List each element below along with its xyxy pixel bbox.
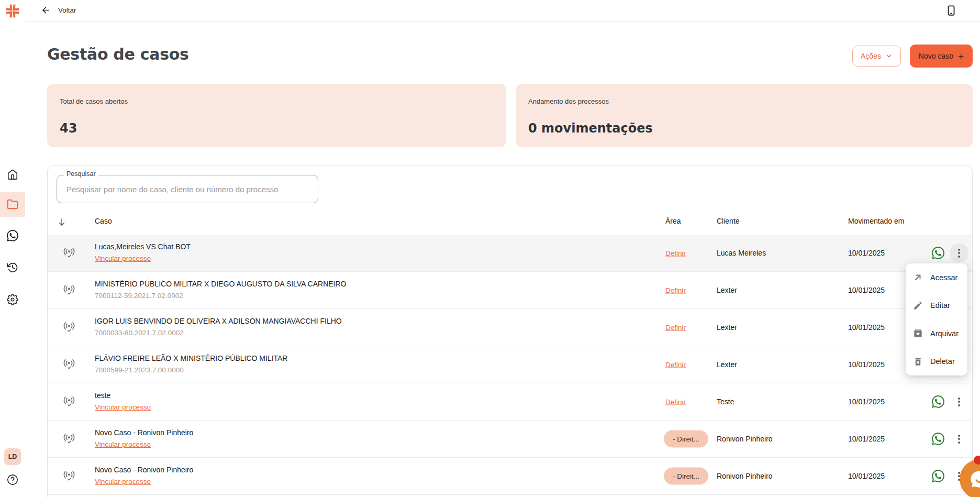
process-number: 7000599-21.2023.7.00.0000	[95, 366, 184, 375]
case-cell: Lucas,Meireles VS Chat BOT Vincular proc…	[95, 241, 191, 263]
vincular-processo-link[interactable]: Vincular processo	[95, 403, 151, 412]
case-title: Novo Caso - Ronivon Pinheiro	[95, 427, 193, 438]
sidebar: LD	[0, 0, 25, 497]
moved-date: 10/01/2025	[848, 323, 885, 332]
notification-badge	[974, 456, 980, 465]
menu-item-label: Acessar	[930, 273, 957, 282]
arrow-left-icon	[41, 5, 51, 15]
menu-item-label: Arquivar	[930, 329, 959, 338]
trash-icon	[913, 357, 923, 367]
row-menu-button[interactable]	[950, 244, 968, 262]
cases-table-card: Pesquisar Caso Área Cliente Movimentado …	[47, 165, 973, 497]
gear-icon	[7, 294, 18, 305]
client-name: Lexter	[717, 323, 737, 332]
case-cell: IGOR LUIS BENVINDO DE OLIVEIRA X ADILSON…	[95, 316, 342, 338]
vincular-processo-link[interactable]: Vincular processo	[95, 440, 151, 449]
folder-icon	[7, 198, 18, 210]
menu-item-editar[interactable]: Editar	[906, 292, 967, 320]
column-header-cliente[interactable]: Cliente	[717, 217, 740, 225]
case-signal-icon	[62, 321, 76, 334]
case-title: teste	[95, 390, 151, 401]
definir-link[interactable]: Definir	[665, 398, 686, 406]
back-button[interactable]: Voltar	[41, 5, 76, 15]
actions-button[interactable]: Ações	[852, 46, 901, 67]
moved-date: 10/01/2025	[848, 286, 885, 294]
definir-link[interactable]: Definir	[665, 361, 686, 369]
menu-item-deletar[interactable]: Deletar	[906, 348, 967, 376]
sidebar-item-settings[interactable]	[0, 287, 25, 312]
table-row[interactable]: Novo Caso - Ronivon Pinheiro Vincular pr…	[48, 421, 972, 458]
client-name: Ronivon Pinheiro	[717, 435, 773, 443]
history-icon	[7, 262, 18, 273]
moved-date: 10/01/2025	[848, 472, 885, 480]
plus-icon: +	[958, 51, 964, 61]
page-title: Gestão de casos	[47, 45, 189, 63]
whatsapp-icon	[7, 230, 18, 241]
help-icon[interactable]	[7, 474, 18, 485]
open-arrow-icon	[913, 272, 923, 282]
case-signal-icon	[62, 469, 76, 483]
actions-button-label: Ações	[861, 52, 881, 60]
whatsapp-button[interactable]	[931, 432, 945, 446]
vincular-processo-link[interactable]: Vincular processo	[95, 254, 151, 263]
case-title: MINISTÉRIO PÚBLICO MILITAR X DIEGO AUGUS…	[95, 279, 347, 289]
client-name: Ronivon Pinheiro	[717, 472, 773, 480]
case-cell: MINISTÉRIO PÚBLICO MILITAR X DIEGO AUGUS…	[95, 279, 347, 301]
whatsapp-button[interactable]	[931, 394, 945, 409]
case-rows: Lucas,Meireles VS Chat BOT Vincular proc…	[48, 235, 972, 495]
client-name: Lexter	[717, 360, 737, 369]
search-input[interactable]	[57, 175, 318, 203]
chevron-down-icon	[885, 52, 893, 60]
column-header-caso[interactable]: Caso	[95, 217, 112, 225]
case-cell: Novo Caso - Ronivon Pinheiro Vincular pr…	[95, 465, 193, 487]
moved-date: 10/01/2025	[848, 360, 885, 369]
table-header: Caso Área Cliente Movimentado em	[48, 210, 972, 235]
table-row[interactable]: FLÁVIO FREIRE LEÃO X MINISTÉRIO PÚBLICO …	[48, 346, 972, 383]
row-context-menu: Acessar Editar Arquivar Deletar	[906, 263, 967, 375]
menu-item-label: Editar	[930, 301, 950, 310]
table-row[interactable]: Lucas,Meireles VS Chat BOT Vincular proc…	[48, 235, 972, 272]
sidebar-item-history[interactable]	[0, 255, 25, 280]
case-cell: Novo Caso - Ronivon Pinheiro Vincular pr…	[95, 427, 193, 449]
sidebar-item-home[interactable]	[0, 162, 25, 187]
definir-link[interactable]: Definir	[665, 286, 686, 294]
whatsapp-button[interactable]	[931, 246, 945, 260]
menu-item-acessar[interactable]: Acessar	[906, 263, 967, 292]
pencil-icon	[913, 301, 923, 311]
sidebar-item-whatsapp[interactable]	[0, 223, 25, 248]
area-badge: - Direit...	[664, 430, 708, 448]
stat-value: 0 movimentações	[528, 121, 653, 136]
client-name: Teste	[717, 397, 734, 406]
new-case-button-label: Novo caso	[919, 52, 953, 60]
vincular-processo-link[interactable]: Vincular processo	[95, 477, 151, 487]
moved-date: 10/01/2025	[848, 397, 885, 406]
whatsapp-button[interactable]	[931, 469, 945, 483]
table-row[interactable]: teste Vincular processo Definir Teste 10…	[48, 383, 972, 421]
client-name: Lexter	[717, 286, 737, 294]
case-signal-icon	[62, 395, 76, 408]
new-case-button[interactable]: Novo caso +	[910, 45, 973, 68]
user-avatar[interactable]: LD	[4, 448, 21, 465]
smartphone-icon[interactable]	[945, 5, 957, 16]
search-field: Pesquisar	[57, 175, 318, 203]
table-row[interactable]: IGOR LUIS BENVINDO DE OLIVEIRA X ADILSON…	[48, 309, 972, 346]
app-logo-icon[interactable]	[5, 3, 20, 19]
table-row[interactable]: MINISTÉRIO PÚBLICO MILITAR X DIEGO AUGUS…	[48, 272, 972, 309]
column-header-area[interactable]: Área	[665, 217, 681, 225]
moved-date: 10/01/2025	[848, 249, 885, 257]
table-row[interactable]: Novo Caso - Ronivon Pinheiro Vincular pr…	[48, 458, 972, 495]
sort-arrow-down-icon[interactable]	[57, 217, 66, 227]
case-title: FLÁVIO FREIRE LEÃO X MINISTÉRIO PÚBLICO …	[95, 353, 287, 363]
row-menu-button[interactable]	[950, 392, 968, 411]
row-menu-button[interactable]	[950, 429, 968, 448]
sidebar-item-cases[interactable]	[0, 192, 25, 217]
archive-icon	[913, 328, 923, 338]
stat-card-open-cases: Total de casos abertos 43	[47, 84, 506, 147]
case-title: Lucas,Meireles VS Chat BOT	[95, 241, 191, 252]
column-header-movimentado[interactable]: Movimentado em	[848, 217, 904, 225]
client-name: Lucas Meireles	[717, 249, 766, 257]
case-title: Novo Caso - Ronivon Pinheiro	[95, 465, 193, 475]
menu-item-arquivar[interactable]: Arquivar	[906, 319, 967, 348]
definir-link[interactable]: Definir	[665, 249, 686, 257]
definir-link[interactable]: Definir	[665, 324, 686, 332]
